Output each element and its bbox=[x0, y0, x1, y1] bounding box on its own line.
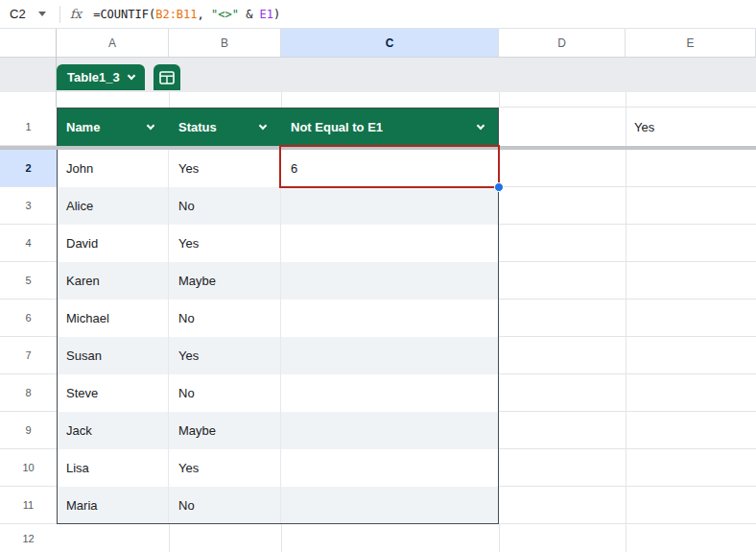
column-header-b[interactable]: B bbox=[169, 29, 281, 57]
gridline bbox=[169, 524, 170, 552]
table-header-status-label: Status bbox=[178, 120, 217, 134]
cell-b6[interactable]: No bbox=[169, 300, 281, 337]
fx-icon: fx bbox=[70, 7, 82, 21]
fill-handle[interactable] bbox=[494, 182, 504, 192]
gridline bbox=[499, 92, 500, 108]
cell-c3[interactable] bbox=[281, 187, 499, 225]
formula-input[interactable]: =COUNTIF(B2:B11, "<>" & E1) bbox=[93, 8, 280, 21]
cell-e1[interactable]: Yes bbox=[626, 108, 756, 146]
chevron-down-icon bbox=[127, 72, 134, 80]
table-row: Michael No bbox=[57, 300, 499, 337]
table-name-chip[interactable]: Table1_3 bbox=[57, 64, 145, 90]
row-header-8[interactable]: 8 bbox=[0, 374, 57, 412]
table-row: Steve No bbox=[57, 374, 499, 412]
cell-b9[interactable]: Maybe bbox=[169, 412, 281, 449]
cell-c4[interactable] bbox=[281, 225, 499, 262]
table-header-name[interactable]: Name bbox=[57, 108, 169, 146]
cell-a4[interactable]: David bbox=[57, 225, 169, 262]
column-header-c[interactable]: C bbox=[281, 29, 499, 57]
row-header-11[interactable]: 11 bbox=[0, 487, 57, 524]
name-box[interactable]: C2 bbox=[0, 7, 29, 21]
column-header-e[interactable]: E bbox=[626, 29, 756, 57]
table-header-not-equal[interactable]: Not Equal to E1 bbox=[281, 108, 499, 146]
row-header-7[interactable]: 7 bbox=[0, 337, 57, 374]
cell-b3[interactable]: No bbox=[169, 187, 281, 225]
row-header-10[interactable]: 10 bbox=[0, 449, 57, 487]
cell-a3[interactable]: Alice bbox=[57, 187, 169, 225]
cell-c9[interactable] bbox=[281, 412, 499, 449]
filter-dropdown-icon[interactable] bbox=[259, 121, 267, 129]
cell-a7[interactable]: Susan bbox=[57, 337, 169, 374]
cell-c6[interactable] bbox=[281, 300, 499, 337]
spreadsheet-app: C2 fx =COUNTIF(B2:B11, "<>" & E1) A B C … bbox=[0, 0, 756, 552]
row-header-12[interactable]: 12 bbox=[0, 524, 57, 552]
filter-dropdown-icon[interactable] bbox=[147, 121, 154, 129]
cell-a5[interactable]: Karen bbox=[57, 262, 169, 300]
formula-token-close: ) bbox=[273, 8, 280, 21]
table-header-name-label: Name bbox=[66, 120, 100, 134]
cell-b10[interactable]: Yes bbox=[169, 449, 281, 487]
table-menu-button[interactable] bbox=[154, 64, 180, 90]
cell-b4[interactable]: Yes bbox=[169, 225, 281, 262]
table-row: Maria No bbox=[57, 487, 499, 524]
cell-c10[interactable] bbox=[281, 449, 499, 487]
formula-bar: C2 fx =COUNTIF(B2:B11, "<>" & E1) bbox=[0, 0, 756, 29]
cell-b5[interactable]: Maybe bbox=[169, 262, 281, 300]
cell-c2-active[interactable]: 6 bbox=[281, 150, 499, 187]
column-header-a[interactable]: A bbox=[57, 29, 169, 57]
gridline bbox=[169, 92, 170, 108]
cell-c5[interactable] bbox=[281, 262, 499, 300]
cell-a8[interactable]: Steve bbox=[57, 374, 169, 412]
gridlines-right-region bbox=[499, 150, 756, 552]
row-header-5[interactable]: 5 bbox=[0, 262, 57, 300]
cell-a2[interactable]: John bbox=[57, 150, 169, 187]
row-header-3[interactable]: 3 bbox=[0, 187, 57, 225]
table-header-row: Name Status Not Equal to E1 bbox=[57, 108, 499, 146]
gridline bbox=[499, 524, 500, 552]
row-header-2[interactable]: 2 bbox=[0, 150, 57, 187]
formula-token-criteria: "<>" bbox=[211, 8, 239, 21]
cell-a10[interactable]: Lisa bbox=[57, 449, 169, 487]
table-row: Jack Maybe bbox=[57, 412, 499, 449]
formula-token-comma: , bbox=[198, 8, 211, 21]
cell-b7[interactable]: Yes bbox=[169, 337, 281, 374]
cell-b11[interactable]: No bbox=[169, 487, 281, 524]
row-header-4[interactable]: 4 bbox=[0, 225, 57, 262]
cell-a11[interactable]: Maria bbox=[57, 487, 169, 524]
cell-c11[interactable] bbox=[281, 487, 499, 524]
gridline bbox=[281, 524, 282, 552]
table-body: John Yes 6 Alice No David Yes Karen Mayb… bbox=[57, 150, 499, 524]
cell-c8[interactable] bbox=[281, 374, 499, 412]
formula-token-ampersand: & bbox=[239, 8, 260, 21]
formula-token-reference: E1 bbox=[260, 8, 273, 21]
column-header-row: A B C D E bbox=[0, 29, 756, 58]
table-row: Alice No bbox=[57, 187, 499, 225]
table-name-label: Table1_3 bbox=[67, 70, 120, 84]
formula-bar-divider bbox=[59, 6, 60, 23]
row-header-6[interactable]: 6 bbox=[0, 300, 57, 337]
table-icon bbox=[159, 71, 175, 84]
table-row: Lisa Yes bbox=[57, 449, 499, 487]
table-row: David Yes bbox=[57, 225, 499, 262]
row-header-9[interactable]: 9 bbox=[0, 412, 57, 449]
table-header-not-equal-label: Not Equal to E1 bbox=[291, 120, 383, 134]
formula-token-range: B2:B11 bbox=[155, 8, 197, 21]
table-row: John Yes 6 bbox=[57, 150, 499, 187]
row-header-1[interactable]: 1 bbox=[0, 108, 57, 146]
filter-dropdown-icon[interactable] bbox=[477, 121, 484, 129]
cell-a6[interactable]: Michael bbox=[57, 300, 169, 337]
frozen-row-divider[interactable] bbox=[0, 146, 756, 150]
column-header-d[interactable]: D bbox=[499, 29, 626, 57]
table-header-status[interactable]: Status bbox=[169, 108, 281, 146]
select-all-corner[interactable] bbox=[0, 29, 57, 57]
cell-a9[interactable]: Jack bbox=[57, 412, 169, 449]
cell-c7[interactable] bbox=[281, 337, 499, 374]
gridline bbox=[281, 92, 282, 108]
table-row: Karen Maybe bbox=[57, 262, 499, 300]
table-row: Susan Yes bbox=[57, 337, 499, 374]
name-box-dropdown-icon[interactable] bbox=[38, 12, 46, 16]
formula-token-function: =COUNTIF( bbox=[93, 8, 155, 21]
cell-b2[interactable]: Yes bbox=[169, 150, 281, 187]
cell-b8[interactable]: No bbox=[169, 374, 281, 412]
